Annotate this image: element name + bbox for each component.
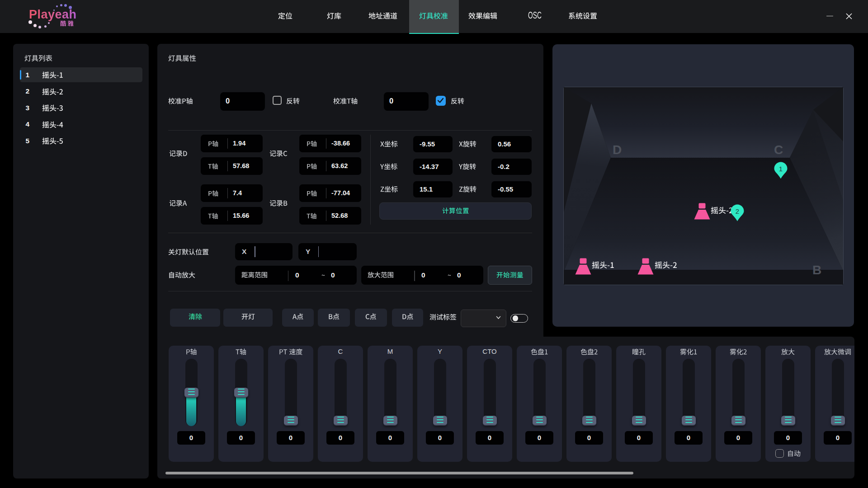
svg-text:B: B (812, 263, 821, 277)
svg-text:D: D (613, 143, 622, 157)
svg-text:C: C (774, 143, 783, 157)
svg-text:2: 2 (736, 207, 739, 215)
svg-text:1: 1 (779, 165, 783, 173)
